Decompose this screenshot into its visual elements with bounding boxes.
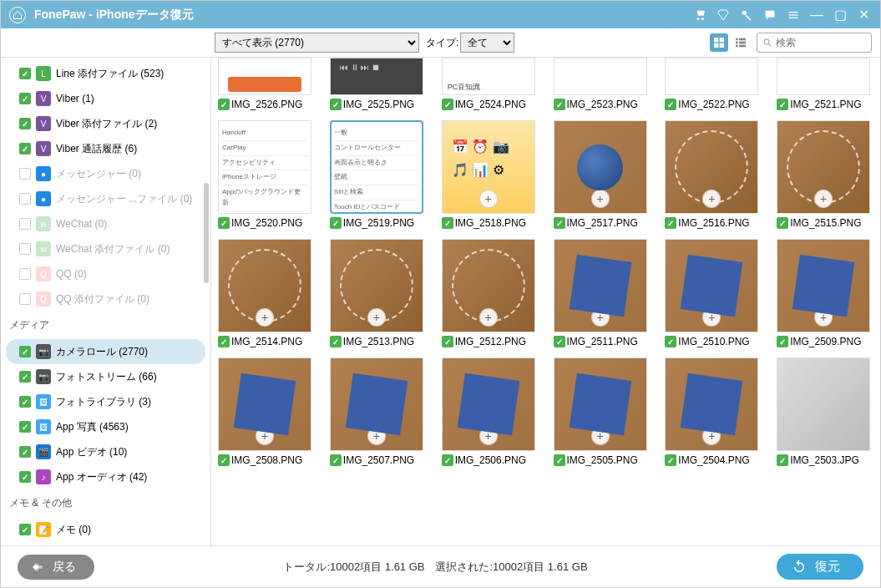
thumbnail[interactable]: 一般コントロールセンター画面表示と明るさ壁紙Siriと検索Touch IDとパス… (330, 120, 427, 229)
sidebar-item[interactable]: 🖼フォトライブラリ (3) (1, 389, 210, 414)
thumb-checkbox[interactable] (665, 336, 676, 347)
sidebar-item[interactable]: VViber 通話履歴 (6) (1, 136, 210, 161)
sidebar-item[interactable]: 📷カメラロール (2770) (6, 339, 205, 364)
thumbnail[interactable]: +IMG_2516.PNG (665, 120, 762, 229)
checkbox[interactable] (19, 68, 31, 79)
add-icon[interactable]: + (479, 190, 498, 208)
thumbnail[interactable]: IMG_2503.JPG (777, 357, 873, 466)
checkbox[interactable] (19, 371, 31, 383)
thumbnail-image[interactable]: + (777, 239, 870, 332)
checkbox[interactable] (19, 446, 31, 458)
thumbnail[interactable]: +IMG_2505.PNG (554, 357, 651, 466)
checkbox[interactable] (19, 118, 31, 129)
back-button[interactable]: 戻る (18, 555, 94, 580)
thumbnail-image[interactable]: HandoffCarPlayアクセシビリティiPhoneストレージAppのバック… (218, 120, 311, 214)
thumb-checkbox[interactable] (665, 217, 676, 229)
thumb-checkbox[interactable] (554, 99, 565, 110)
thumb-checkbox[interactable] (218, 336, 230, 347)
thumbnail[interactable]: +IMG_2510.PNG (665, 239, 762, 347)
checkbox[interactable] (19, 524, 31, 535)
thumb-checkbox[interactable] (777, 217, 788, 229)
thumb-checkbox[interactable] (442, 217, 453, 229)
search-box[interactable] (757, 33, 872, 53)
thumb-checkbox[interactable] (554, 217, 565, 229)
thumbnail[interactable]: +IMG_2504.PNG (665, 357, 762, 466)
maximize-button[interactable]: ▢ (832, 7, 848, 23)
thumb-checkbox[interactable] (330, 217, 342, 229)
thumb-checkbox[interactable] (442, 99, 453, 110)
thumbnail-image[interactable] (777, 357, 870, 451)
thumbnail-image[interactable]: + (442, 357, 535, 451)
thumbnail-image[interactable]: 一般コントロールセンター画面表示と明るさ壁紙Siriと検索Touch IDとパス… (330, 120, 423, 214)
sidebar-item[interactable]: LLine 添付ファイル (523) (1, 61, 210, 86)
add-icon[interactable]: + (702, 308, 721, 327)
sidebar-item[interactable]: VViber (1) (1, 86, 210, 111)
add-icon[interactable]: + (814, 308, 833, 327)
scrollbar-thumb[interactable] (204, 183, 209, 283)
add-icon[interactable]: + (367, 308, 386, 327)
search-input[interactable] (776, 37, 866, 48)
thumbnail[interactable]: +IMG_2512.PNG (442, 239, 539, 347)
thumb-checkbox[interactable] (330, 454, 342, 466)
thumb-checkbox[interactable] (665, 99, 676, 110)
thumbnail[interactable]: +IMG_2509.PNG (777, 239, 873, 347)
thumbnail-image[interactable]: + (554, 239, 647, 332)
menu-icon[interactable] (785, 7, 802, 23)
thumb-checkbox[interactable] (442, 336, 453, 347)
sidebar-item[interactable]: 🖼App 写真 (4563) (1, 414, 210, 439)
thumbnail[interactable]: HandoffCarPlayアクセシビリティiPhoneストレージAppのバック… (218, 120, 315, 229)
thumb-checkbox[interactable] (665, 454, 676, 466)
thumbnail-image[interactable]: + (665, 239, 758, 332)
sidebar-item[interactable]: 📷フォトストリーム (66) (1, 364, 210, 389)
add-icon[interactable]: + (591, 427, 610, 445)
add-icon[interactable]: + (479, 308, 498, 327)
thumbnail-image[interactable]: PC豆知識 (330, 58, 423, 95)
thumbnail-image[interactable]: + (218, 357, 311, 451)
key-icon[interactable] (738, 7, 755, 23)
add-icon[interactable]: + (367, 427, 386, 445)
thumbnail[interactable]: +IMG_2518.PNG (442, 120, 539, 229)
add-icon[interactable]: + (702, 190, 721, 208)
thumbnail[interactable]: +IMG_2507.PNG (330, 357, 427, 466)
checkbox[interactable] (19, 143, 31, 155)
thumbnail[interactable]: IMG_2523.PNG (554, 58, 651, 110)
thumbnail-image[interactable] (665, 58, 758, 95)
thumbnail-image[interactable] (218, 58, 311, 95)
add-icon[interactable]: + (479, 427, 498, 445)
thumbnail-image[interactable]: + (665, 120, 758, 214)
thumb-checkbox[interactable] (218, 454, 230, 466)
diamond-icon[interactable] (715, 7, 732, 23)
thumbnail[interactable]: +IMG_2511.PNG (554, 239, 651, 347)
thumbnail-image[interactable]: + (554, 357, 647, 451)
add-icon[interactable]: + (591, 190, 610, 208)
thumbnail[interactable]: +IMG_2513.PNG (330, 239, 427, 347)
thumb-checkbox[interactable] (330, 336, 342, 347)
thumbnail[interactable]: IMG_2522.PNG (665, 58, 762, 110)
home-icon[interactable] (9, 7, 26, 23)
checkbox[interactable] (19, 346, 31, 357)
view-grid-button[interactable] (710, 33, 728, 52)
add-icon[interactable]: + (256, 308, 274, 327)
thumb-checkbox[interactable] (218, 217, 230, 229)
recover-button[interactable]: 復元 (777, 554, 863, 580)
thumbnail[interactable]: IMG_2526.PNG (218, 58, 315, 110)
thumb-checkbox[interactable] (777, 99, 788, 110)
thumbnail-image[interactable]: + (330, 357, 423, 451)
thumbnail-image[interactable] (777, 58, 870, 95)
chat-icon[interactable] (762, 7, 778, 23)
checkbox[interactable] (19, 421, 31, 433)
thumb-checkbox[interactable] (330, 99, 342, 110)
thumbnail-image[interactable]: + (442, 239, 535, 332)
minimize-button[interactable]: — (808, 7, 825, 23)
sidebar-item[interactable]: 🎬App ビデオ (10) (1, 439, 210, 464)
thumb-checkbox[interactable] (554, 336, 565, 347)
thumbnail-image[interactable] (554, 58, 647, 95)
view-list-button[interactable] (732, 33, 750, 52)
add-icon[interactable]: + (814, 190, 833, 208)
thumb-checkbox[interactable] (777, 454, 788, 466)
thumbnail-image[interactable]: + (554, 120, 647, 214)
thumbnail-image[interactable]: + (442, 120, 535, 214)
thumb-checkbox[interactable] (777, 336, 788, 347)
thumbnail[interactable]: +IMG_2515.PNG (777, 120, 873, 229)
thumbnail[interactable]: +IMG_2506.PNG (442, 357, 539, 466)
